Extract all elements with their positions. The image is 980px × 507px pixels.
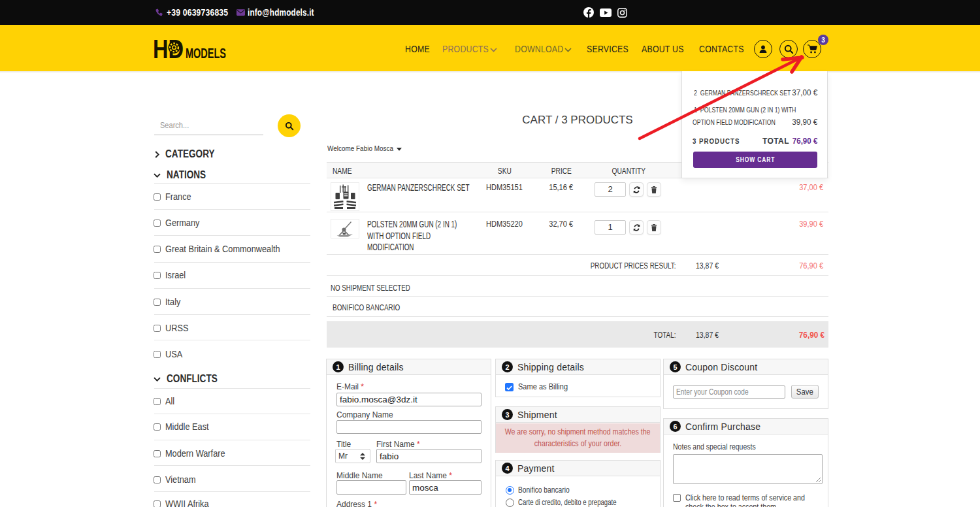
svg-text:MODELS: MODELS xyxy=(186,45,226,61)
